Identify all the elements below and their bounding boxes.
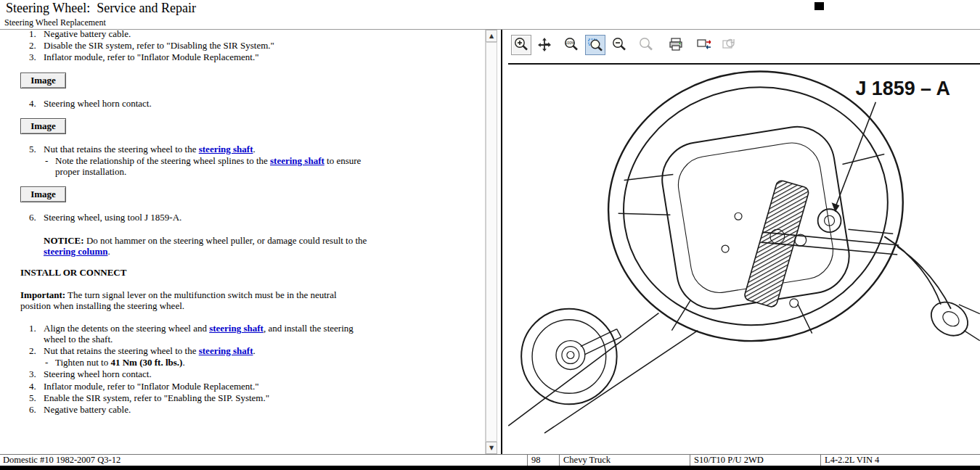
toolbar-pan-button[interactable] [534,35,555,55]
text-run: . [253,345,255,356]
status-page-number: 98 [527,455,559,466]
title-bar-fragment [814,2,824,10]
toolbar-zoom-in-button[interactable] [511,35,531,55]
text-run: The turn signal lever on the multifuncti… [20,289,337,311]
doc-list-item: 6.Negative battery cable. [20,404,478,415]
diagram-canvas[interactable]: J 1859 – A [508,63,980,454]
text-run: Nut that retains the steering wheel to t… [44,345,199,356]
zoom-window-icon [587,36,604,54]
paragraph: NOTICE: Do not hammer on the steering wh… [44,235,369,257]
list-number: 3. [29,368,44,379]
pan-icon [536,36,553,54]
page-subtitle: Steering Wheel Replacement [4,17,106,28]
list-number: 5. [29,392,44,403]
image-button[interactable]: Image [20,73,66,88]
doc-list-item: 1.Align the detents on the steering whee… [20,323,478,345]
scrollbar-thumb[interactable] [486,42,497,442]
list-number: 2. [29,40,44,51]
doc-list-item: 4.Steering wheel horn contact. [20,98,478,109]
text-run: . [182,357,184,368]
page-title: Steering Wheel: Service and Repair [6,1,196,16]
window-bottom-edge [0,466,980,470]
doc-list-item: 5.Nut that retains the steering wheel to… [20,144,478,178]
section-heading: INSTALL OR CONNECT [20,267,478,278]
image-button[interactable]: Image [20,186,66,202]
link-steering-shaft[interactable]: steering shaft [199,345,253,356]
text-run: Enable the SIR system, refer to "Enablin… [44,392,269,403]
image-swap-icon [695,36,713,54]
toolbar-print-button[interactable] [666,35,687,55]
sub-list-dash: - [44,155,55,177]
zoom-in-icon [513,36,530,54]
diagram-tool-label: J 1859 – A [855,78,950,99]
list-number: 1. [29,323,44,345]
sub-list-dash: - [44,357,55,368]
text-run: Steering wheel horn contact. [44,98,152,109]
header: Steering Wheel: Service and Repair Steer… [0,0,980,29]
text-run: . [107,246,110,257]
text-run: Negative battery cable. [44,404,131,415]
image-viewer-panel: 100% [501,30,980,454]
text-run: Steering wheel horn contact. [44,368,152,379]
toolbar-zoom-select-button[interactable] [636,35,656,55]
list-number: 6. [29,212,44,223]
list-number: 6. [29,404,44,415]
image-toolbar: 100% [502,30,980,63]
text-run: 41 Nm (30 ft. lbs.) [110,357,182,368]
sub-list-item: -Tighten nut to 41 Nm (30 ft. lbs.). [44,357,256,368]
document-content: 1.Negative battery cable.2.Disable the S… [0,30,485,454]
doc-list-item: 5.Enable the SIR system, refer to "Enabl… [20,392,478,403]
list-number: 4. [29,98,44,109]
status-vehicle-engine: L4-2.2L VIN 4 [820,455,980,466]
text-run: Note the relationship of the steering wh… [55,155,270,166]
vertical-scrollbar[interactable]: ▲ ▼ [485,30,497,454]
doc-list-item: 4.Inflator module, refer to "Inflator Mo… [20,381,478,392]
status-vehicle-make: Chevy Truck [559,455,690,466]
steering-wheel-diagram: J 1859 – A [508,65,980,454]
list-number: 4. [29,381,44,392]
scroll-up-button[interactable]: ▲ [486,30,497,42]
doc-list-item: 3.Inflator module, refer to "Inflator Mo… [20,51,478,62]
app-window: Steering Wheel: Service and Repair Steer… [0,0,980,470]
text-run: Disable the SIR system, refer to "Disabl… [44,40,274,51]
svg-text:100%: 100% [565,41,575,45]
doc-list-item: 2.Nut that retains the steering wheel to… [20,345,478,368]
toolbar-zoom-100-button[interactable]: 100% [561,35,581,55]
doc-list-item: 1.Negative battery cable. [20,30,478,39]
link-steering-shaft[interactable]: steering shaft [270,155,324,166]
toolbar-zoom-window-button[interactable] [585,35,605,55]
status-database: Domestic #10 1982-2007 Q3-12 [0,455,527,466]
doc-list-item: 6.Steering wheel, using tool J 1859-A. [20,212,478,223]
image-refresh-icon [720,36,738,54]
doc-list-item: 3.Steering wheel horn contact. [20,368,478,379]
link-steering-shaft[interactable]: steering shaft [209,323,264,334]
toolbar-zoom-out-button[interactable] [609,35,629,55]
link-steering-shaft[interactable]: steering shaft [199,144,253,154]
zoom-100-icon: 100% [563,36,580,54]
text-run: Nut that retains the steering wheel to t… [44,144,199,154]
image-button[interactable]: Image [20,118,66,134]
paragraph: Important: The turn signal lever on the … [20,289,351,311]
toolbar-image-swap-button[interactable] [694,35,714,55]
text-run: Tighten nut to [55,357,110,368]
printer-icon [668,36,685,54]
status-vehicle-model: S10/T10 P/U 2WD [690,455,820,466]
text-run: NOTICE: [44,235,84,246]
status-bar: Domestic #10 1982-2007 Q3-12 98 Chevy Tr… [0,454,980,466]
link-steering-column[interactable]: steering column [44,246,107,257]
text-run: Do not hammer on the steering wheel pull… [84,235,367,246]
text-run: . [253,144,255,154]
text-run: Inflator module, refer to "Inflator Modu… [44,381,259,392]
list-number: 3. [29,51,44,62]
zoom-select-icon [637,36,655,54]
doc-list-item: 2.Disable the SIR system, refer to "Disa… [20,40,478,51]
zoom-out-icon [611,36,628,54]
text-run: Negative battery cable. [44,30,131,39]
list-number: 2. [29,345,44,368]
text-run: Align the detents on the steering wheel … [44,323,209,334]
list-number: 1. [29,30,44,39]
toolbar-image-refresh-button[interactable] [719,35,739,55]
scroll-down-button[interactable]: ▼ [486,442,497,454]
text-run: Steering wheel, using tool J 1859-A. [44,212,181,223]
list-number: 5. [29,144,44,178]
